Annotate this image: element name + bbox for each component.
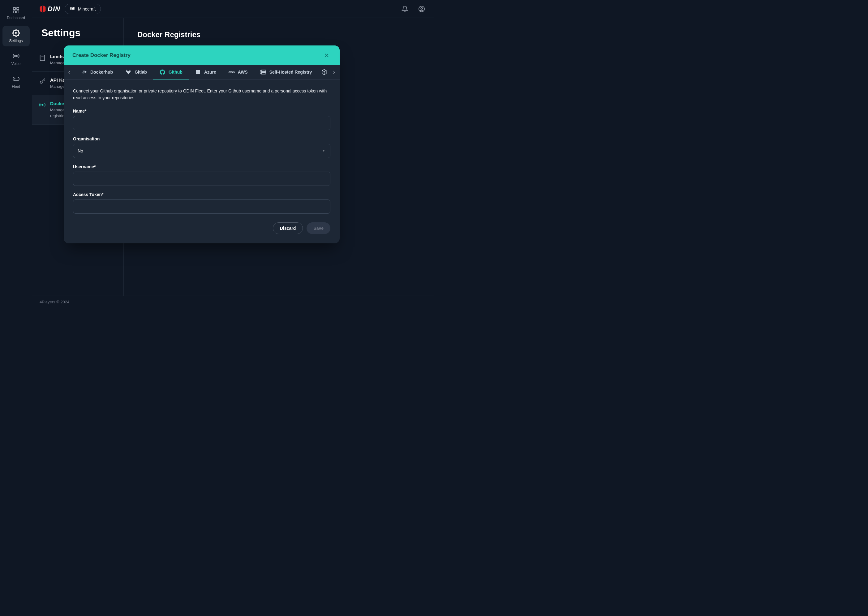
- username-label: Username*: [73, 164, 330, 169]
- gitlab-icon: [125, 69, 132, 75]
- content-title: Docker Registries: [137, 30, 420, 39]
- save-button[interactable]: Save: [307, 222, 330, 234]
- field-username: Username*: [73, 164, 330, 186]
- sidebar-item-label: Settings: [9, 39, 23, 43]
- svg-rect-28: [198, 70, 200, 72]
- logo-icon: [38, 5, 47, 13]
- sidebar: Dashboard Settings Voice Fleet: [0, 0, 32, 308]
- app-name: Minecraft: [78, 6, 96, 11]
- package-icon: [321, 69, 327, 75]
- key-icon: [39, 78, 46, 85]
- svg-rect-30: [198, 72, 200, 74]
- page-title: Settings: [32, 18, 123, 48]
- svg-rect-11: [72, 8, 73, 9]
- logo[interactable]: DIN: [38, 5, 60, 13]
- tabs: Dockerhub Gitlab Github Azure: [75, 65, 329, 80]
- tab-github[interactable]: Github: [153, 65, 189, 80]
- svg-rect-1: [17, 8, 19, 9]
- svg-rect-7: [71, 7, 71, 8]
- tab-label: Self-Hosted Registry: [269, 69, 312, 74]
- tab-dockerhub[interactable]: Dockerhub: [75, 65, 119, 80]
- svg-point-24: [42, 105, 43, 106]
- token-label: Access Token*: [73, 192, 330, 197]
- tabs-container: Dockerhub Gitlab Github Azure: [64, 65, 340, 80]
- svg-rect-6: [13, 77, 19, 81]
- docker-icon: [81, 69, 87, 75]
- field-name: Name*: [73, 108, 330, 130]
- brand-text: DIN: [48, 5, 60, 13]
- tab-more[interactable]: [318, 65, 329, 80]
- field-token: Access Token*: [73, 192, 330, 214]
- svg-point-5: [16, 55, 17, 57]
- modal-title: Create Docker Registry: [72, 52, 131, 58]
- calculator-icon: [39, 54, 46, 61]
- close-icon: [324, 52, 330, 58]
- modal-header: Create Docker Registry: [64, 46, 340, 65]
- notifications-button[interactable]: [399, 3, 411, 15]
- close-button[interactable]: [322, 51, 331, 60]
- tab-label: AWS: [238, 69, 248, 74]
- create-registry-modal: Create Docker Registry Dockerhub: [64, 46, 340, 244]
- chevron-down-icon: [321, 149, 326, 153]
- username-input[interactable]: [73, 171, 330, 186]
- footer-text: 4Players © 2024: [39, 300, 69, 304]
- aws-icon: aws: [229, 69, 235, 75]
- organisation-label: Organisation: [73, 137, 330, 141]
- sidebar-item-label: Fleet: [12, 85, 20, 89]
- modal-body: Connect your Github organisation or priv…: [64, 80, 340, 244]
- tab-gitlab[interactable]: Gitlab: [119, 65, 153, 80]
- grid-icon: [70, 6, 75, 11]
- svg-rect-12: [73, 8, 74, 9]
- discard-button[interactable]: Discard: [273, 222, 303, 234]
- svg-rect-29: [196, 72, 198, 74]
- gamepad-icon: [13, 75, 20, 83]
- bell-icon: [401, 6, 408, 13]
- chevron-right-icon: [332, 70, 337, 75]
- tab-aws[interactable]: aws AWS: [222, 65, 254, 80]
- sidebar-item-dashboard[interactable]: Dashboard: [3, 3, 30, 24]
- tab-label: Dockerhub: [90, 69, 113, 74]
- footer: 4Players © 2024: [32, 295, 434, 308]
- organisation-select[interactable]: No: [73, 144, 330, 158]
- dashboard-icon: [13, 6, 20, 14]
- svg-rect-0: [13, 8, 16, 9]
- svg-rect-9: [73, 7, 74, 8]
- tabs-scroll-right[interactable]: [329, 66, 340, 79]
- svg-rect-10: [71, 8, 71, 9]
- topbar: DIN Minecraft: [32, 0, 434, 18]
- svg-rect-27: [196, 70, 198, 72]
- tab-label: Gitlab: [135, 69, 147, 74]
- sidebar-item-settings[interactable]: Settings: [3, 26, 30, 46]
- tabs-scroll-left[interactable]: [64, 66, 75, 79]
- svg-rect-2: [13, 11, 16, 13]
- svg-rect-3: [17, 11, 19, 13]
- name-label: Name*: [73, 108, 330, 113]
- user-circle-icon: [418, 6, 425, 13]
- svg-rect-15: [40, 55, 45, 61]
- modal-desc: Connect your Github organisation or priv…: [73, 88, 330, 101]
- token-input[interactable]: [73, 200, 330, 214]
- broadcast-icon: [39, 101, 46, 108]
- chevron-left-icon: [67, 70, 72, 75]
- gear-icon: [13, 29, 20, 37]
- sidebar-item-voice[interactable]: Voice: [3, 49, 30, 69]
- tab-selfhosted[interactable]: Self-Hosted Registry: [254, 65, 318, 80]
- azure-icon: [195, 69, 201, 75]
- sidebar-item-label: Voice: [11, 61, 20, 66]
- svg-point-4: [15, 32, 17, 34]
- broadcast-icon: [13, 52, 20, 60]
- app-selector[interactable]: Minecraft: [64, 4, 101, 14]
- account-button[interactable]: [415, 3, 428, 15]
- organisation-value: No: [78, 148, 83, 153]
- sidebar-item-fleet[interactable]: Fleet: [3, 72, 30, 92]
- sidebar-item-label: Dashboard: [7, 16, 25, 20]
- tab-azure[interactable]: Azure: [189, 65, 222, 80]
- tab-label: Azure: [204, 69, 216, 74]
- field-organisation: Organisation No: [73, 137, 330, 158]
- tab-label: Github: [168, 69, 182, 74]
- name-input[interactable]: [73, 116, 330, 130]
- modal-actions: Discard Save: [73, 222, 330, 234]
- svg-point-34: [261, 73, 262, 74]
- svg-point-33: [261, 71, 262, 71]
- svg-point-14: [421, 8, 423, 9]
